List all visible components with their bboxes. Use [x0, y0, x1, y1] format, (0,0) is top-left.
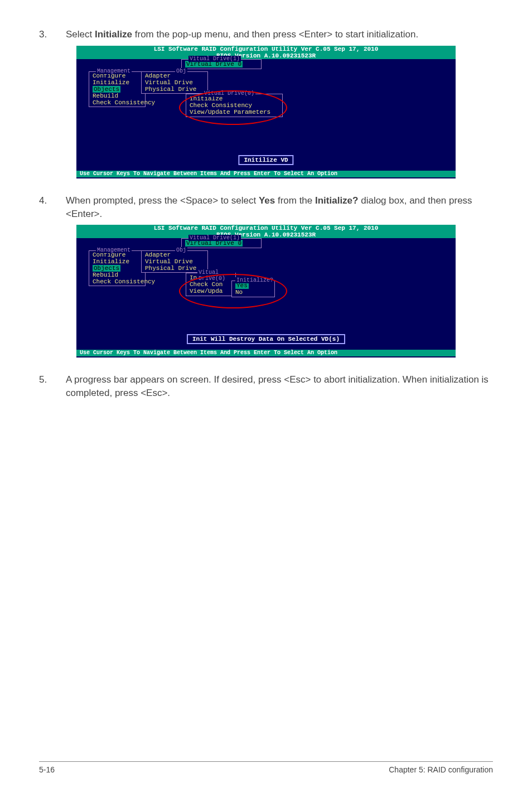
obj-item-pdrive: Physical Drive	[145, 265, 204, 272]
mgmt-item-objects: Objects	[93, 86, 120, 93]
obj-item-vdrive: Virtual Drive	[145, 79, 204, 86]
vd0-box: Vitual Drive(0) Initialze Check Consiste…	[186, 94, 283, 117]
obj-item-pdrive: Physical Drive	[145, 86, 204, 93]
mgmt-item-rebuild: Rebuild	[93, 93, 142, 99]
obj-box: Obj Adapter Virtual Drive Physical Drive	[141, 71, 208, 94]
step-3-number: 3.	[39, 28, 66, 41]
bios-screenshot-1: LSI Software RAID Configuration Utility …	[76, 46, 456, 178]
vd1-box: Vitual Drive(1) Virtual Drive 0	[181, 238, 262, 248]
step-4-text: When prompted, press the <Space> to sele…	[66, 194, 493, 221]
initialize-dialog: Initialize? Yes No	[231, 281, 275, 297]
step-5-text: A progress bar appears on screen. If des…	[66, 373, 493, 400]
bios-screenshot-2: LSI Software RAID Configuration Utility …	[76, 225, 456, 357]
step-4: 4. When prompted, press the <Space> to s…	[39, 194, 493, 221]
step-4-number: 4.	[39, 194, 66, 221]
mgmt-item-initialize: Initialize	[93, 258, 142, 265]
bios1-status: Initilize VD	[238, 155, 293, 165]
vd0-item-2: View/Update Parameters	[190, 109, 279, 115]
vd0-item-1: Check Con	[190, 281, 232, 288]
vd1-box: Vitual Drive(1) Virtual Drive 0	[181, 59, 262, 69]
vd0-item-1: Check Consistency	[190, 102, 279, 109]
mgmt-item-initialize: Initialize	[93, 79, 142, 86]
mgmt-item-objects: Objects	[93, 265, 120, 272]
page-footer: 5-16 Chapter 5: RAID configuration	[39, 761, 493, 774]
mgmt-item-rebuild: Rebuild	[93, 272, 142, 278]
obj-item-vdrive: Virtual Drive	[145, 258, 204, 265]
bios1-title: LSI Software RAID Configuration Utility …	[76, 46, 456, 59]
step-5: 5. A progress bar appears on screen. If …	[39, 373, 493, 400]
bios1-footer: Use Cursor Keys To Navigate Between Item…	[76, 171, 456, 177]
vd0-item-2: View/Upda	[190, 288, 232, 294]
step-3-text: Select Initialize from the pop-up menu, …	[66, 28, 493, 41]
management-box: Management Configure Initialize Objects …	[89, 71, 146, 107]
step-3: 3. Select Initialize from the pop-up men…	[39, 28, 493, 41]
mgmt-item-check: Check Consistency	[93, 99, 142, 106]
init-no: No	[235, 289, 271, 296]
step-5-number: 5.	[39, 373, 66, 400]
page-number: 5-16	[39, 765, 55, 774]
management-box: Management Configure Initialize Objects …	[89, 250, 146, 286]
vd0-box: Vitual Drive(0) Initialze Check Con View…	[186, 273, 236, 296]
chapter-label: Chapter 5: RAID configuration	[389, 765, 493, 774]
bios2-title: LSI Software RAID Configuration Utility …	[76, 225, 456, 238]
obj-item-adapter: Adapter	[145, 73, 204, 79]
mgmt-item-check: Check Consistency	[93, 278, 142, 285]
bios2-footer: Use Cursor Keys To Navigate Between Item…	[76, 350, 456, 356]
obj-item-adapter: Adapter	[145, 252, 204, 258]
bios2-status: Init Will Destroy Data On Selected VD(s)	[187, 334, 345, 344]
